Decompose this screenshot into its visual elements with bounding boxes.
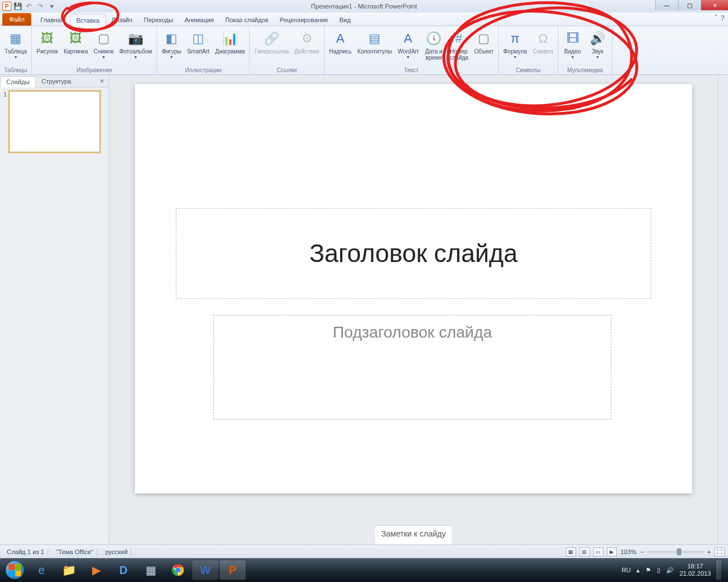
- tab-home[interactable]: Главная: [35, 13, 70, 26]
- taskbar-word-icon[interactable]: W: [192, 560, 218, 580]
- qat-dropdown-icon[interactable]: ▾: [47, 1, 57, 11]
- ribbon-button-icon: ⚙: [298, 30, 316, 48]
- taskbar-ie-icon[interactable]: e: [28, 560, 55, 580]
- ribbon-button[interactable]: #Номер слайда: [447, 28, 471, 62]
- vertical-scrollbar[interactable]: [718, 75, 728, 544]
- ribbon-group: ◧Фигуры▼◫SmartArt📊ДиаграммаИллюстрации: [157, 26, 250, 74]
- ribbon-button-icon: 🔊: [589, 30, 607, 48]
- ribbon-button[interactable]: 🎞Видео▼: [561, 28, 585, 60]
- panel-tab-outline[interactable]: Структура: [36, 76, 77, 86]
- help-icon[interactable]: ?: [721, 14, 725, 22]
- ribbon-button-label: Видео: [564, 48, 581, 55]
- ribbon-button[interactable]: AНадпись: [327, 28, 354, 56]
- quick-access-toolbar: P 💾 ↶ ↷ ▾: [0, 1, 57, 11]
- ribbon-button[interactable]: 📊Диаграмма: [213, 28, 247, 56]
- zoom-in-button[interactable]: +: [708, 548, 711, 555]
- ribbon-button-icon: ▤: [366, 30, 384, 48]
- tab-view[interactable]: Вид: [334, 13, 357, 26]
- notes-pane[interactable]: Заметки к слайду: [375, 525, 451, 544]
- close-button[interactable]: ✕: [701, 0, 728, 10]
- tab-transitions[interactable]: Переходы: [138, 13, 179, 26]
- ribbon-button: 🔗Гиперссылка: [252, 28, 291, 56]
- taskbar-calc-icon[interactable]: ▦: [138, 560, 164, 580]
- panel-tabs: Слайды Структура ×: [0, 75, 109, 88]
- file-tab[interactable]: Файл: [2, 13, 31, 26]
- tab-review[interactable]: Рецензирование: [274, 13, 334, 26]
- dropdown-arrow-icon: ▼: [513, 55, 517, 59]
- taskbar-app-icon[interactable]: D: [110, 560, 136, 580]
- tray-chevron-icon[interactable]: ▴: [636, 567, 640, 574]
- subtitle-placeholder[interactable]: Подзаголовок слайда: [213, 315, 611, 419]
- ribbon-button[interactable]: ▤Колонтитулы: [355, 28, 394, 56]
- ribbon-minimize-icon[interactable]: ˇ: [715, 14, 717, 22]
- ribbon-group-label: Ссылки: [277, 67, 297, 74]
- ribbon-button[interactable]: ▦Таблица▼: [2, 28, 29, 60]
- view-sorter-icon[interactable]: ▤: [580, 547, 590, 556]
- dropdown-arrow-icon: ▼: [406, 55, 410, 59]
- ribbon-button[interactable]: 🖼Рисунок: [34, 28, 60, 56]
- ribbon-button[interactable]: ▢Объект: [472, 28, 496, 56]
- thumbnail-preview[interactable]: [9, 91, 100, 152]
- ribbon-group: ▦Таблица▼Таблицы: [0, 26, 32, 74]
- undo-icon[interactable]: ↶: [24, 1, 34, 11]
- tab-insert[interactable]: Вставка: [70, 14, 106, 26]
- ribbon-button[interactable]: 🔊Звук▼: [586, 28, 610, 60]
- slide-scroll[interactable]: Заголовок слайда Подзаголовок слайда: [109, 75, 718, 525]
- tray-clock[interactable]: 18:17 21.02.2013: [680, 563, 711, 577]
- minimize-button[interactable]: —: [655, 0, 678, 10]
- panel-close-icon[interactable]: ×: [95, 76, 109, 86]
- tab-slideshow[interactable]: Показ слайдов: [220, 13, 274, 26]
- title-placeholder[interactable]: Заголовок слайда: [176, 208, 651, 299]
- thumbnail-item[interactable]: 1: [3, 91, 105, 152]
- ribbon-button[interactable]: ◫SmartArt: [185, 28, 212, 56]
- ribbon-button-label: SmartArt: [187, 48, 209, 55]
- ribbon-button[interactable]: ◧Фигуры▼: [159, 28, 183, 60]
- status-theme[interactable]: "Тема Office": [53, 548, 97, 555]
- tray-battery-icon[interactable]: ▯: [657, 567, 660, 574]
- slide-canvas[interactable]: Заголовок слайда Подзаголовок слайда: [135, 84, 692, 493]
- ribbon-button-icon: #: [450, 30, 468, 48]
- zoom-slider[interactable]: [647, 551, 704, 553]
- view-normal-icon[interactable]: ▦: [566, 547, 576, 556]
- ribbon-button-icon: 🖼: [38, 30, 56, 48]
- panel-tab-slides[interactable]: Слайды: [0, 76, 36, 88]
- workspace: Слайды Структура × 1 Заголовок слайда По…: [0, 75, 728, 544]
- status-language[interactable]: русский: [102, 548, 131, 555]
- ribbon-button[interactable]: 🖼Картинка: [61, 28, 90, 56]
- ribbon-button[interactable]: ▢Снимок▼: [92, 28, 116, 60]
- ribbon-group-label: Мультимедиа: [567, 67, 603, 74]
- dropdown-arrow-icon: ▼: [102, 55, 106, 59]
- taskbar-explorer-icon[interactable]: 📁: [56, 560, 82, 580]
- tab-design[interactable]: Дизайн: [106, 13, 138, 26]
- tray-language[interactable]: RU: [622, 567, 631, 573]
- powerpoint-app-icon: P: [2, 2, 11, 11]
- notes-placeholder: Заметки к слайду: [381, 529, 445, 538]
- fit-to-window-icon[interactable]: ⛶: [714, 547, 725, 556]
- ribbon-button[interactable]: 🕔Дата и время: [422, 28, 446, 62]
- ribbon-button-icon: ▢: [94, 30, 113, 48]
- taskbar-mediaplayer-icon[interactable]: ▶: [83, 560, 109, 580]
- ribbon-button[interactable]: AWordArt▼: [395, 28, 421, 60]
- zoom-out-button[interactable]: −: [640, 548, 643, 555]
- maximize-button[interactable]: ▢: [678, 0, 701, 10]
- ribbon-button[interactable]: 📷Фотоальбом▼: [117, 28, 155, 60]
- taskbar-chrome-icon[interactable]: [165, 560, 191, 580]
- tray-volume-icon[interactable]: 🔊: [666, 567, 674, 574]
- ribbon-button-label: Фотоальбом: [119, 48, 152, 55]
- taskbar-powerpoint-icon[interactable]: P: [220, 560, 246, 580]
- dropdown-arrow-icon: ▼: [169, 55, 173, 59]
- show-desktop-button[interactable]: [717, 560, 721, 580]
- tray-flag-icon[interactable]: ⚑: [646, 567, 651, 574]
- save-icon[interactable]: 💾: [13, 1, 23, 11]
- status-slide-info: Слайд 1 из 1: [3, 548, 48, 555]
- ribbon-button-label: Дата и время: [425, 48, 442, 61]
- tab-animations[interactable]: Анимация: [179, 13, 220, 26]
- ribbon-button-label: Рисунок: [36, 48, 58, 55]
- dropdown-arrow-icon: ▼: [570, 55, 574, 59]
- start-button[interactable]: [2, 560, 27, 580]
- ribbon-button[interactable]: πФормула▼: [501, 28, 530, 60]
- redo-icon[interactable]: ↷: [35, 1, 46, 11]
- view-reading-icon[interactable]: ▭: [593, 547, 603, 556]
- ribbon-button-icon: 📊: [221, 30, 239, 48]
- view-slideshow-icon[interactable]: ▶: [607, 547, 617, 556]
